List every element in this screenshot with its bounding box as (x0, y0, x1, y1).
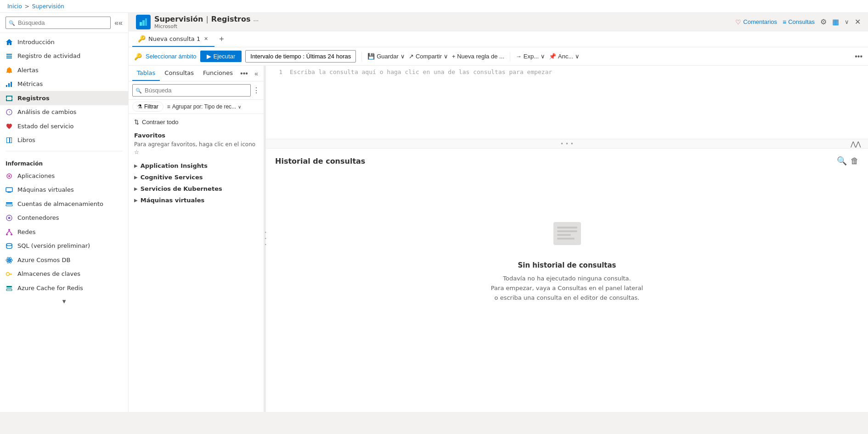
container-icon (6, 214, 13, 222)
share-btn[interactable]: ↗ Compartir ∨ (409, 53, 448, 60)
empty-state: Sin historial de consultas Todavía no ha… (275, 194, 859, 321)
sidebar-item-sql[interactable]: SQL (versión preliminar) (0, 239, 128, 253)
filter-icon: ⚗ (137, 103, 142, 110)
svg-line-20 (9, 231, 11, 234)
more-btn[interactable]: ••• (855, 52, 862, 61)
sidebar-item-analisis[interactable]: Análisis de cambios (0, 105, 128, 120)
panel-resize-handle[interactable]: • • • (264, 66, 266, 412)
sidebar-item-libros[interactable]: Libros (0, 133, 128, 148)
time-range-btn[interactable]: Intervalo de tiempo : Últimas 24 horas (245, 50, 356, 63)
chevron-kubernetes: ▶ (134, 186, 138, 191)
sidebar-item-vm[interactable]: Máquinas virtuales (0, 183, 128, 197)
editor-placeholder: Escriba la consulta aquí o haga clic en … (290, 69, 862, 75)
sidebar-item-alertas[interactable]: Alertas (0, 63, 128, 77)
sidebar-item-redis[interactable]: Azure Cache for Redis (0, 281, 128, 295)
nav-label-sql: SQL (versión preliminar) (17, 242, 90, 249)
history-panel: Historial de consultas 🔍 🗑 (266, 148, 868, 412)
title-separator: | (206, 15, 208, 23)
history-delete-btn[interactable]: 🗑 (851, 156, 859, 166)
table-group-app-insights[interactable]: ▶ Application Insights (129, 160, 264, 171)
query-editor[interactable]: 1 Escriba la consulta aquí o haga clic e… (266, 66, 868, 139)
layout-btn[interactable]: ▦ (832, 17, 839, 26)
editor-resize-handle[interactable]: • • • ⋀⋀ (266, 139, 868, 148)
collapse-all-btn[interactable]: ⇅ Contraer todo (129, 116, 264, 128)
tables-more-btn[interactable]: ••• (237, 68, 251, 80)
tables-tab-tablas[interactable]: Tablas (132, 66, 160, 81)
history-search-btn[interactable]: 🔍 (837, 156, 847, 166)
favorites-title: Favoritos (134, 130, 258, 141)
empty-title: Sin historial de consultas (518, 261, 616, 269)
sidebar-item-metricas[interactable]: Métricas (0, 77, 128, 91)
sidebar-item-registros[interactable]: Registros (0, 91, 128, 105)
group-btn[interactable]: ≡ Agrupar por: Tipo de rec... ∨ (167, 103, 241, 110)
table-group-vm[interactable]: ▶ Máquinas virtuales (129, 194, 264, 206)
breadcrumb-current[interactable]: Supervisión (32, 3, 64, 10)
sidebar-item-keys[interactable]: Almacenes de claves (0, 267, 128, 281)
sidebar-item-aplicaciones[interactable]: Aplicaciones (0, 169, 128, 183)
add-tab-btn[interactable]: + (214, 33, 229, 46)
sidebar-item-introduccion[interactable]: Introducción (0, 35, 128, 49)
tables-search-input[interactable] (132, 84, 251, 97)
sidebar-item-registro-actividad[interactable]: Registro de actividad (0, 49, 128, 63)
svg-point-26 (6, 273, 10, 276)
nav-label-alertas: Alertas (17, 67, 39, 74)
group-icon: ≡ (167, 103, 170, 110)
new-rule-btn[interactable]: + Nueva regla de ... (452, 53, 504, 60)
home-icon (6, 38, 13, 46)
sidebar-item-estado[interactable]: Estado del servicio (0, 119, 128, 133)
export-btn[interactable]: → Exp... ∨ (516, 53, 545, 60)
svg-point-16 (8, 229, 10, 231)
tables-collapse-btn[interactable]: « (253, 68, 260, 79)
vm-icon (6, 186, 13, 194)
app-company: Microsoft (154, 23, 259, 29)
empty-desc-line2: Para empezar, vaya a Consultas en el pan… (491, 284, 643, 293)
svg-rect-30 (140, 22, 142, 26)
pin-icon: 📌 (549, 53, 556, 60)
svg-point-15 (8, 217, 11, 219)
save-chevron: ∨ (400, 53, 405, 60)
nav-label-libros: Libros (17, 137, 35, 143)
sidebar-item-cosmos[interactable]: Azure Cosmos DB (0, 253, 128, 267)
tables-tab-consultas[interactable]: Consultas (160, 66, 198, 81)
sidebar-item-redes[interactable]: Redes (0, 225, 128, 239)
tab-close-btn[interactable]: ✕ (203, 36, 209, 42)
nav-label-contenedores: Contenedores (17, 214, 59, 221)
svg-rect-28 (6, 289, 12, 291)
expand-btn[interactable]: ∨ (845, 18, 849, 25)
svg-rect-3 (6, 85, 7, 87)
tables-dots-btn[interactable]: ⋮ (253, 86, 260, 95)
sidebar-item-contenedores[interactable]: Contenedores (0, 211, 128, 225)
svg-rect-34 (557, 227, 577, 228)
empty-icon (549, 212, 586, 252)
table-group-kubernetes[interactable]: ▶ Servicios de Kubernetes (129, 183, 264, 194)
sidebar-search-input[interactable] (6, 17, 111, 29)
collapse-editor-btn[interactable]: ⋀⋀ (851, 140, 861, 148)
filter-btn[interactable]: ⚗ Filtrar (132, 102, 163, 112)
nav-label-aplicaciones: Aplicaciones (17, 172, 55, 179)
app-subtitle: Registros (211, 15, 251, 23)
pin-btn[interactable]: 📌 Anc... ∨ (549, 53, 580, 60)
svg-rect-0 (6, 54, 12, 55)
empty-desc-line3: o escriba una consulta en el editor de c… (495, 293, 640, 303)
close-window-btn[interactable]: ✕ (855, 17, 861, 26)
svg-rect-35 (557, 230, 577, 232)
svg-rect-4 (8, 83, 10, 87)
tab-label: Nueva consulta 1 (148, 35, 200, 42)
tables-tab-funciones[interactable]: Funciones (198, 66, 237, 81)
svg-rect-6 (6, 96, 12, 97)
settings-btn[interactable]: ⚙ (820, 17, 827, 26)
table-group-cognitive[interactable]: ▶ Cognitive Services (129, 171, 264, 183)
history-title: Historial de consultas (275, 157, 365, 166)
sidebar-collapse-btn[interactable]: «« (113, 17, 124, 29)
query-tab-1[interactable]: 🔑 Nueva consulta 1 ✕ (132, 31, 214, 47)
run-btn[interactable]: ▶ Ejecutar (200, 51, 242, 62)
title-ellipsis-btn[interactable]: ... (254, 15, 259, 23)
scope-btn[interactable]: Seleccionar ámbito (146, 53, 197, 60)
queries-btn[interactable]: ≡ Consultas (783, 18, 815, 26)
comments-btn[interactable]: ♡ Comentarios (735, 18, 777, 26)
svg-rect-37 (557, 238, 575, 240)
key-icon (6, 270, 13, 278)
save-btn[interactable]: 💾 Guardar ∨ (367, 53, 405, 60)
breadcrumb-home[interactable]: Inicio (7, 3, 22, 10)
sidebar-item-storage[interactable]: Cuentas de almacenamiento (0, 197, 128, 211)
